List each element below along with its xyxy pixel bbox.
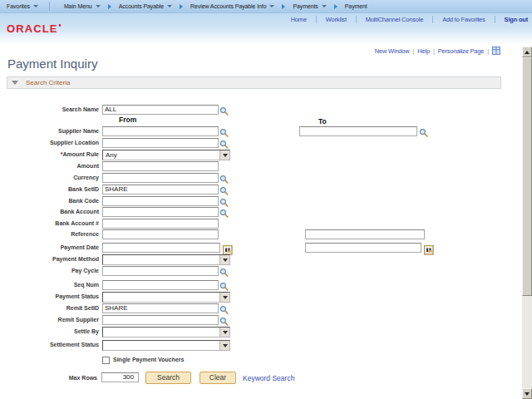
pay-cycle-lookup-icon[interactable] [219,266,230,277]
header-link-add-to-favorites[interactable]: Add to Favorites [442,16,485,23]
vertical-scrollbar[interactable] [522,47,532,399]
personalize-layout-icon[interactable] [492,47,500,57]
pagebar-link-new-window[interactable]: New Window [375,47,410,55]
pagebar-separator: | [413,47,415,55]
breadcrumb-item-label: Payments [293,3,318,9]
breadcrumb-item-3[interactable]: Payment [345,3,367,9]
supplier-name-to-input[interactable] [299,126,417,136]
breadcrumb-item-1[interactable]: Review Accounts Payable Info [190,3,274,9]
scrollbar-up-arrow[interactable] [522,47,532,57]
pagebar-link-personalize-page[interactable]: Personalize Page [438,47,485,55]
dropdown-arrow-icon[interactable] [219,341,229,350]
form-row-seq-num: Seq Num [0,280,532,292]
supplier-name-label: Supplier Name [0,126,99,136]
supplier-location-input[interactable] [102,138,219,148]
search-name-input[interactable]: ALL [102,105,219,115]
pagebar-separator: | [433,47,435,55]
seq-num-lookup-icon[interactable] [219,280,230,291]
breadcrumb-separator-icon [282,4,285,9]
supplier-location-label: Supplier Location [0,138,99,148]
seq-num-input[interactable] [102,280,219,290]
bank-account-input[interactable] [102,207,219,217]
payment-date-calendar-icon[interactable] [223,244,234,254]
form-row-payment-method: Payment Method [0,254,532,266]
breadcrumb-dropdown-icon [269,5,274,7]
header-link-worklist[interactable]: Worklist [326,16,347,23]
sign-out-link[interactable]: Sign out [505,16,528,23]
max-rows-label: Max Rows [0,375,97,381]
payment-method-select[interactable] [102,254,230,265]
bank-account-lookup-icon[interactable] [219,207,230,218]
bank-account-num-label: Bank Account # [0,219,99,229]
payment-inquiry-page: FavoritesMain MenuAccounts PayableReview… [0,0,532,399]
remit-setid-input[interactable]: SHARE [102,303,219,313]
remit-supplier-input[interactable] [102,315,219,325]
payment-date-to-calendar-icon[interactable] [424,244,435,254]
pay-cycle-input[interactable] [102,266,219,276]
currency-input[interactable] [102,173,219,183]
bank-code-label: Bank Code [0,196,99,206]
oracle-logo: ORACLE [7,24,61,34]
supplier-name-lookup-icon[interactable] [219,126,230,137]
seq-num-label: Seq Num [0,280,99,290]
form-row-remit-supplier: Remit Supplier [0,315,532,327]
bank-setid-lookup-icon[interactable] [219,185,230,195]
breadcrumb: FavoritesMain MenuAccounts PayableReview… [0,0,532,13]
bank-setid-input[interactable]: SHARE [102,185,219,195]
payment-date-input[interactable] [102,243,220,253]
currency-label: Currency [0,173,99,183]
scrollbar-thumb[interactable] [522,57,532,296]
form-row-bank-account-num: Bank Account # [0,219,532,230]
settlement-status-select[interactable] [102,340,230,351]
supplier-location-lookup-icon[interactable] [219,138,230,149]
dropdown-arrow-icon[interactable] [219,255,229,264]
search-button[interactable]: Search [145,372,191,384]
main-menu[interactable]: Main Menu [64,3,101,9]
to-column-header: To [318,117,327,126]
amount-rule-select[interactable]: Any [102,150,230,160]
form-row-search-name: Search NameALL [0,105,532,116]
reference-to-input[interactable] [305,229,425,239]
amount-rule-value: Any [106,151,117,160]
supplier-name-to-lookup-icon[interactable] [419,126,430,137]
breadcrumb-item-0[interactable]: Accounts Payable [119,3,172,9]
payment-date-to-input[interactable] [305,243,421,253]
bank-code-lookup-icon[interactable] [219,196,230,207]
amount-input[interactable] [102,161,219,171]
breadcrumb-item-2[interactable]: Payments [293,3,326,9]
remit-supplier-lookup-icon[interactable] [219,315,230,326]
header-banner: ORACLE HomeWorklistMultiChannel ConsoleA… [0,13,532,44]
search-name-lookup-icon[interactable] [219,105,230,116]
reference-input[interactable] [102,229,219,239]
collapse-triangle-icon[interactable] [12,81,18,85]
bank-code-input[interactable] [102,196,219,206]
currency-lookup-icon[interactable] [219,173,230,184]
header-link-divider [316,16,317,23]
page-title: Payment Inquiry [7,57,97,71]
form-row-supplier-name: Supplier Name [0,126,532,138]
breadcrumb-divider [49,2,50,11]
search-criteria-label: Search Criteria [26,79,70,86]
single-payment-vouchers-label: Single Payment Vouchers [113,357,184,362]
search-criteria-section-header[interactable]: Search Criteria [7,76,501,89]
scrollbar-down-arrow[interactable] [522,388,532,399]
dropdown-arrow-icon[interactable] [219,328,229,337]
settle-by-select[interactable] [102,327,230,337]
dropdown-arrow-icon[interactable] [219,150,229,160]
pagebar-link-help[interactable]: Help [417,47,430,55]
favorites-dropdown-icon [33,5,38,7]
keyword-search-link[interactable]: Keyword Search [243,374,294,382]
payment-status-select[interactable] [102,292,230,303]
header-link-home[interactable]: Home [291,16,307,23]
single-payment-vouchers-checkbox[interactable] [102,357,110,364]
max-rows-input[interactable]: 300 [101,372,139,382]
form-row-bank-code: Bank Code [0,196,532,208]
favorites-menu[interactable]: Favorites [7,3,38,9]
header-link-multichannel-console[interactable]: MultiChannel Console [366,16,423,23]
remit-setid-lookup-icon[interactable] [219,303,230,314]
dropdown-arrow-icon[interactable] [219,293,229,302]
clear-button[interactable]: Clear [200,372,236,384]
supplier-name-input[interactable] [102,126,219,136]
bank-account-num-input[interactable] [102,219,219,229]
payment-date-label: Payment Date [0,243,99,253]
